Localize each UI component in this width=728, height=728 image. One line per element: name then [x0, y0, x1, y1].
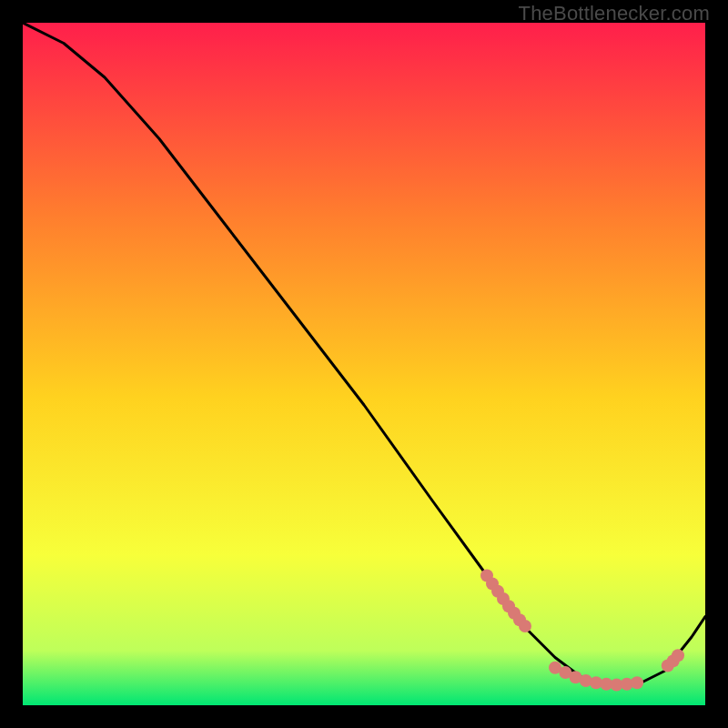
chart-frame: TheBottlenecker.com: [0, 0, 728, 728]
plot-area: [23, 23, 705, 705]
chart-svg: [23, 23, 705, 705]
data-marker: [672, 649, 684, 662]
data-marker: [519, 620, 531, 632]
gradient-background: [23, 23, 705, 705]
data-marker: [631, 676, 643, 689]
